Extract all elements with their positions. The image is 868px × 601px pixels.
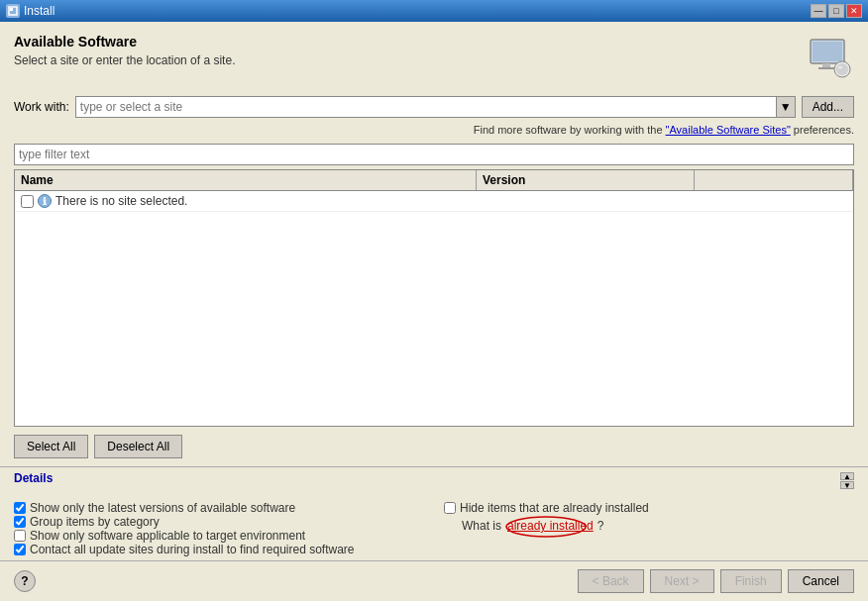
column-version-header: Version — [477, 170, 695, 190]
window-body: Available Software Select a site or ente… — [0, 22, 868, 601]
option-group-checkbox[interactable] — [14, 516, 26, 528]
details-section: Details ▲ ▼ — [0, 466, 868, 495]
no-site-message: There is no site selected. — [55, 194, 187, 208]
option-group-by-category: Group items by category — [14, 515, 424, 529]
options-section: Show only the latest versions of availab… — [0, 495, 868, 560]
svg-point-7 — [836, 63, 848, 75]
page-subtitle: Select a site or enter the location of a… — [14, 53, 235, 67]
window-controls: — □ ✕ — [811, 4, 862, 18]
details-scroll-up[interactable]: ▲ — [840, 472, 854, 480]
option-hide-installed: Hide items that are already installed — [444, 501, 854, 515]
column-extra-header — [695, 170, 853, 190]
options-grid: Show only the latest versions of availab… — [14, 501, 854, 556]
filter-row — [0, 140, 868, 169]
finish-button[interactable]: Finish — [720, 569, 782, 593]
page-title: Available Software — [14, 34, 235, 50]
option-hide-label: Hide items that are already installed — [460, 501, 649, 515]
already-installed-container: already installed — [507, 519, 594, 533]
software-table: Name Version ℹ There is no site selected… — [14, 169, 854, 427]
what-is-suffix: ? — [597, 519, 604, 533]
header-text: Available Software Select a site or ente… — [14, 34, 235, 67]
table-row: ℹ There is no site selected. — [15, 191, 853, 212]
option-group-label: Group items by category — [30, 515, 160, 529]
option-latest-checkbox[interactable] — [14, 502, 26, 514]
dropdown-arrow-button[interactable]: ▼ — [776, 96, 796, 118]
filter-input[interactable] — [14, 144, 854, 165]
footer-left: ? — [14, 570, 36, 592]
option-latest-versions: Show only the latest versions of availab… — [14, 501, 424, 515]
svg-rect-1 — [10, 8, 13, 11]
deselect-all-button[interactable]: Deselect All — [94, 435, 182, 458]
footer-row: ? < Back Next > Finish Cancel — [0, 560, 868, 601]
row-checkbox[interactable] — [21, 195, 34, 208]
add-button[interactable]: Add... — [802, 96, 854, 118]
monitor-icon — [807, 34, 854, 84]
site-input[interactable] — [75, 96, 796, 118]
svg-point-9 — [506, 517, 586, 537]
header-section: Available Software Select a site or ente… — [0, 22, 868, 92]
option-contact-sites: Contact all update sites during install … — [14, 543, 424, 556]
footer-right: < Back Next > Finish Cancel — [578, 569, 854, 593]
site-dropdown-wrapper: ▼ — [75, 96, 796, 118]
what-is-text: What is — [462, 519, 501, 533]
option-applicable: Show only software applicable to target … — [14, 529, 424, 543]
select-buttons-row: Select All Deselect All — [0, 427, 868, 466]
work-with-label: Work with: — [14, 100, 69, 114]
svg-rect-3 — [813, 42, 842, 61]
column-name-header: Name — [15, 170, 477, 190]
option-contact-checkbox[interactable] — [14, 544, 26, 555]
what-is-installed-row: What is already installed ? — [444, 519, 854, 533]
find-more-row: Find more software by working with the "… — [0, 122, 868, 140]
restore-button[interactable]: □ — [828, 4, 844, 18]
find-more-text: Find more software by working with the — [474, 124, 666, 136]
window-title: Install — [24, 4, 54, 18]
select-all-button[interactable]: Select All — [14, 435, 88, 458]
find-more-suffix: preferences. — [791, 124, 854, 136]
details-title: Details — [14, 471, 53, 485]
option-contact-label: Contact all update sites during install … — [30, 543, 355, 556]
option-hide-checkbox[interactable] — [444, 502, 456, 514]
info-icon: ℹ — [38, 194, 52, 208]
work-with-row: Work with: ▼ Add... — [0, 92, 868, 122]
option-applicable-checkbox[interactable] — [14, 530, 26, 542]
cancel-button[interactable]: Cancel — [788, 569, 854, 593]
option-latest-label: Show only the latest versions of availab… — [30, 501, 295, 515]
circle-decoration — [504, 516, 589, 538]
option-applicable-label: Show only software applicable to target … — [30, 529, 305, 543]
available-software-sites-link[interactable]: "Available Software Sites" — [666, 124, 791, 136]
svg-point-8 — [838, 66, 842, 69]
svg-rect-5 — [818, 67, 834, 69]
help-button[interactable]: ? — [14, 570, 36, 592]
options-left: Show only the latest versions of availab… — [14, 501, 424, 556]
svg-rect-4 — [822, 63, 830, 67]
back-button[interactable]: < Back — [578, 569, 644, 593]
minimize-button[interactable]: — — [811, 4, 826, 18]
table-header: Name Version — [15, 170, 853, 191]
close-button[interactable]: ✕ — [846, 4, 862, 18]
options-right: Hide items that are already installed Wh… — [444, 501, 854, 556]
title-bar: Install — □ ✕ — [0, 0, 868, 22]
details-scroll-down[interactable]: ▼ — [840, 481, 854, 489]
window-icon — [6, 4, 20, 18]
next-button[interactable]: Next > — [650, 569, 714, 593]
